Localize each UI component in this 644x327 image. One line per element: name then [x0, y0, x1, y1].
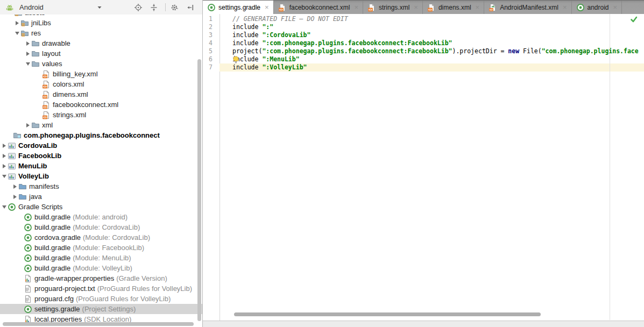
tree-row[interactable]: java	[0, 191, 202, 202]
tree-item-label: billing_key.xml	[53, 70, 98, 78]
chevron-down-icon[interactable]	[1, 175, 8, 178]
line-number: 1	[203, 15, 220, 23]
tree-row[interactable]: drawable	[0, 38, 202, 48]
tree-row[interactable]: <>colors.xml	[0, 79, 202, 89]
tree-item-suffix: (Module: CordovaLib)	[73, 223, 140, 231]
chevron-right-icon[interactable]	[25, 123, 31, 127]
chevron-right-icon[interactable]	[12, 184, 18, 189]
editor[interactable]: 1// GENERATED FILE — DO NOT EDIT2include…	[203, 14, 644, 321]
code-segment-plain: include	[232, 39, 262, 47]
project-view-selector-label: Android	[19, 3, 44, 11]
editor-tab[interactable]: android×	[572, 1, 622, 14]
project-panel: Android assetsjniLibsresdrawablelayoutva…	[0, 0, 203, 327]
chevron-right-icon[interactable]	[14, 21, 20, 25]
close-icon[interactable]: ×	[354, 4, 358, 11]
tree-item-label: jniLibs	[31, 19, 51, 27]
tree-row[interactable]: Gradle Scripts	[0, 202, 202, 212]
tree-item-label: CordovaLib	[18, 141, 57, 150]
chevron-down-icon[interactable]	[25, 62, 31, 66]
tree-row[interactable]: build.gradle(Module: CordovaLib)	[0, 222, 202, 232]
tree-item-label: FacebookLib	[18, 152, 61, 160]
editor-tab[interactable]: <>facebookconnect.xml×	[274, 1, 363, 14]
tree-item-label: java	[29, 193, 42, 201]
project-tree-vertical-scrollbar[interactable]	[197, 59, 201, 321]
tree-row[interactable]: FacebookLib	[0, 151, 202, 161]
chevron-right-icon[interactable]	[25, 52, 31, 56]
editor-tab[interactable]: settings.gradle×	[203, 1, 274, 14]
tree-row[interactable]: xml	[0, 120, 202, 130]
code-line[interactable]: 2include ":"	[203, 23, 644, 31]
editor-pane: settings.gradle×<>facebookconnect.xml×<>…	[203, 0, 644, 327]
tree-row[interactable]: com.phonegap.plugins.facebookconnect	[0, 130, 202, 140]
svg-text:<>: <>	[490, 8, 493, 11]
svg-text:<>: <>	[279, 8, 284, 11]
tree-row[interactable]: manifests	[0, 181, 202, 191]
tree-row[interactable]: <>facebookconnect.xml	[0, 99, 202, 110]
chevron-down-icon[interactable]	[1, 205, 8, 209]
chevron-right-icon[interactable]	[25, 41, 31, 46]
tree-row[interactable]: VolleyLib	[0, 171, 202, 181]
close-icon[interactable]: ×	[414, 4, 418, 11]
tab-label: settings.gradle	[218, 4, 260, 11]
tree-row[interactable]: CordovaLib	[0, 140, 202, 151]
chevron-right-icon[interactable]	[1, 164, 8, 168]
target-icon[interactable]	[134, 3, 143, 12]
code-line[interactable]: 1// GENERATED FILE — DO NOT EDIT	[203, 15, 644, 23]
close-icon[interactable]: ×	[265, 4, 269, 11]
tree-row[interactable]: build.gradle(Module: VolleyLib)	[0, 263, 202, 273]
project-panel-header: Android	[0, 0, 202, 15]
gear-icon[interactable]	[171, 3, 179, 12]
chevron-right-icon[interactable]	[1, 144, 8, 148]
code-line[interactable]: 4include ":com.phonegap.plugins.facebook…	[203, 39, 644, 47]
tree-row[interactable]: build.gradle(Module: MenuLib)	[0, 253, 202, 263]
chevron-right-icon[interactable]	[12, 195, 18, 199]
collapse-icon[interactable]	[150, 3, 158, 12]
svg-text:<>: <>	[43, 115, 47, 119]
tree-row[interactable]: build.gradle(Module: FacebookLib)	[0, 243, 202, 253]
editor-tab[interactable]: <>strings.xml×	[363, 1, 423, 14]
code-area[interactable]: 1// GENERATED FILE — DO NOT EDIT2include…	[203, 14, 644, 72]
tree-row[interactable]: proguard.cfg(ProGuard Rules for VolleyLi…	[0, 294, 202, 304]
tree-row[interactable]: <>billing_key.xml	[0, 69, 202, 79]
xml-file-icon: <>	[42, 70, 51, 79]
svg-text:<>: <>	[43, 74, 47, 78]
tree-row[interactable]: cordova.gradle(Module: CordovaLib)	[0, 232, 202, 243]
tree-row[interactable]: <>dimens.xml	[0, 89, 202, 99]
chevron-right-icon[interactable]	[1, 154, 8, 158]
close-icon[interactable]: ×	[613, 4, 618, 11]
tree-row[interactable]: values	[0, 59, 202, 69]
svg-text:<>: <>	[369, 8, 373, 11]
dock-icon[interactable]	[186, 3, 195, 12]
code-line-text: include ":com.phonegap.plugins.facebookc…	[220, 39, 644, 47]
code-line[interactable]: 5project(":com.phonegap.plugins.facebook…	[203, 47, 644, 55]
editor-tab-bar: settings.gradle×<>facebookconnect.xml×<>…	[203, 0, 644, 14]
tree-item-suffix: (Module: FacebookLib)	[73, 244, 144, 252]
tree-row[interactable]: proguard-project.txt(ProGuard Rules for …	[0, 283, 202, 294]
tree-row[interactable]: build.gradle(Module: android)	[0, 212, 202, 222]
code-line[interactable]: 3include ":CordovaLib"	[203, 31, 644, 39]
code-segment-plain: include	[232, 31, 262, 39]
tree-row[interactable]: gradle-wrapper.properties(Gradle Version…	[0, 273, 202, 283]
code-line[interactable]: 7include ":VolleyLib"	[203, 63, 644, 72]
chevron-down-icon[interactable]	[14, 32, 20, 35]
tree-row[interactable]: MenuLib	[0, 161, 202, 171]
inspection-status-check-icon[interactable]	[630, 16, 638, 23]
close-icon[interactable]: ×	[563, 4, 567, 11]
code-line[interactable]: 6include ":MenuLib"	[203, 55, 644, 63]
tree-row[interactable]: <>strings.xml	[0, 110, 202, 120]
tree-row[interactable]: jniLibs	[0, 18, 202, 28]
intention-bulb-icon[interactable]	[232, 56, 239, 63]
code-segment-plain: File(	[519, 47, 542, 55]
tree-row[interactable]: res	[0, 28, 202, 38]
project-view-selector[interactable]: Android	[5, 3, 102, 12]
project-tree-horizontal-scrollbar[interactable]	[3, 322, 194, 326]
android-studio-window: Android assetsjniLibsresdrawablelayoutva…	[0, 0, 644, 327]
editor-tab[interactable]: <>AndroidManifest.xml×	[484, 1, 571, 14]
tree-row[interactable]: settings.gradle(Project Settings)	[0, 304, 202, 314]
editor-horizontal-scrollbar[interactable]	[234, 312, 541, 316]
close-icon[interactable]: ×	[476, 4, 480, 11]
editor-tab[interactable]: <>dimens.xml×	[423, 1, 484, 14]
xml-file-icon: <>	[42, 101, 51, 109]
tree-row[interactable]: layout	[0, 48, 202, 59]
folder-blue-icon	[18, 182, 27, 191]
